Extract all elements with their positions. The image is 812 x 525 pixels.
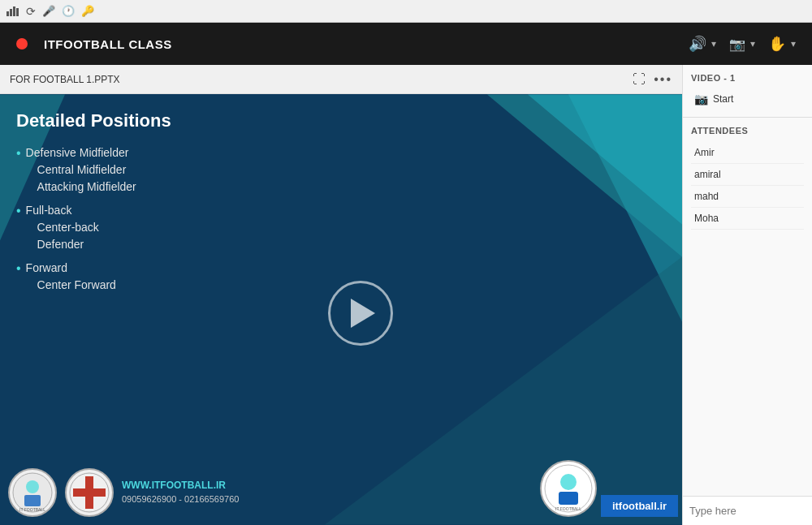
key-icon: 🔑	[81, 5, 94, 17]
attendee-name-2: amiral	[694, 169, 721, 180]
video-section: VIDEO - 1 📷 Start	[683, 65, 812, 118]
attendee-item: amiral	[691, 164, 804, 186]
svg-rect-8	[24, 495, 41, 506]
audio-control[interactable]: 🔊 ▾	[689, 35, 716, 53]
logo-svg-right: IT FOOTBALL	[544, 464, 593, 513]
play-button[interactable]	[328, 281, 393, 346]
svg-point-15	[84, 487, 95, 498]
record-dot	[16, 38, 28, 49]
list-sub-2a: Center-back	[26, 219, 99, 236]
audio-chevron: ▾	[711, 38, 716, 49]
logo-svg-2	[69, 472, 110, 513]
attendees-label: ATTENDEES	[691, 126, 804, 136]
attendee-item: Moha	[691, 208, 804, 230]
website-phone: 09059626900 - 02166569760	[122, 494, 239, 504]
svg-text:IT FOOTBALL: IT FOOTBALL	[555, 506, 581, 511]
hand-icon: ✋	[768, 35, 786, 53]
logo-itfootball-right: IT FOOTBALL	[540, 460, 597, 517]
svg-point-7	[26, 480, 39, 493]
bullet-icon: •	[16, 201, 21, 221]
start-video-button[interactable]: 📷 Start	[691, 89, 804, 109]
right-sidebar: VIDEO - 1 📷 Start ATTENDEES Amir amiral …	[682, 65, 812, 525]
hand-chevron: ▾	[791, 38, 796, 49]
bullet-icon: •	[16, 144, 21, 163]
file-actions: ⛶ •••	[633, 72, 672, 87]
more-icon[interactable]: •••	[654, 72, 672, 87]
list-main-2: Full-back	[26, 204, 72, 217]
meeting-title: ITFOOTBALL CLASS	[44, 37, 672, 51]
logo-svg-1: IT FOOTBALL	[12, 472, 53, 513]
cam-small-icon: 📷	[694, 93, 708, 105]
attendee-name-1: Amir	[694, 147, 715, 158]
chat-input[interactable]	[683, 497, 812, 525]
svg-point-17	[560, 474, 577, 490]
meeting-bar: ITFOOTBALL CLASS 🔊 ▾ 📷 ▾ ✋ ▾	[0, 23, 812, 65]
logo-right-container: IT FOOTBALL	[540, 460, 597, 517]
logo-itfootball-circle: IT FOOTBALL	[8, 468, 57, 517]
refresh-icon: ⟳	[26, 5, 36, 18]
slide-list: • Defensive Midfielder Central Midfielde…	[16, 144, 666, 294]
mute-icon: 🎤	[42, 5, 55, 17]
system-icons: ⟳ 🎤 🕐 🔑	[6, 5, 94, 18]
logo-cross	[65, 468, 114, 517]
hand-control[interactable]: ✋ ▾	[768, 35, 796, 53]
camera-icon: 📷	[729, 37, 745, 52]
camera-control[interactable]: 📷 ▾	[729, 37, 755, 52]
file-name: FOR FOOTBALL 1.PPTX	[10, 74, 626, 85]
list-main-3: Forward	[26, 261, 67, 274]
list-item: • Defensive Midfielder Central Midfielde…	[16, 144, 666, 196]
attendee-item: Amir	[691, 142, 804, 164]
attendees-section: ATTENDEES Amir amiral mahd Moha	[683, 118, 812, 496]
bullet-icon: •	[16, 259, 21, 278]
slide-title: Detailed Positions	[16, 110, 666, 131]
presentation-area: Detailed Positions • Defensive Midfielde…	[0, 94, 682, 525]
attendee-name-4: Moha	[694, 213, 719, 224]
clock-icon: 🕐	[62, 5, 75, 17]
camera-chevron: ▾	[750, 38, 755, 49]
itfootball-banner: itfootball.ir	[601, 495, 678, 517]
meeting-controls: 🔊 ▾ 📷 ▾ ✋ ▾	[689, 35, 796, 53]
list-sub-1b: Attacking Midfielder	[26, 179, 136, 196]
list-sub-3a: Center Forward	[26, 277, 116, 294]
attendee-item: mahd	[691, 186, 804, 208]
expand-icon[interactable]: ⛶	[633, 72, 646, 87]
file-bar: FOR FOOTBALL 1.PPTX ⛶ •••	[0, 65, 682, 94]
list-main-1: Defensive Midfielder	[26, 146, 129, 159]
bottom-logos: IT FOOTBALL	[0, 460, 682, 525]
list-item: • Full-back Center-back Defender	[16, 202, 666, 253]
speaker-icon: 🔊	[689, 35, 706, 53]
svg-rect-18	[559, 492, 578, 505]
system-bar: ⟳ 🎤 🕐 🔑	[0, 0, 812, 23]
content-area: FOR FOOTBALL 1.PPTX ⛶ •••	[0, 65, 812, 525]
attendee-name-3: mahd	[694, 191, 719, 202]
svg-text:IT FOOTBALL: IT FOOTBALL	[19, 507, 45, 512]
start-video-label: Start	[713, 93, 733, 105]
main-panel: FOR FOOTBALL 1.PPTX ⛶ •••	[0, 65, 682, 525]
signal-bars-icon	[6, 6, 19, 16]
list-sub-1a: Central Midfielder	[26, 161, 136, 179]
list-sub-2b: Defender	[26, 236, 99, 253]
play-triangle-icon	[351, 299, 375, 328]
chat-input-area[interactable]	[683, 496, 812, 525]
video-section-label: VIDEO - 1	[691, 73, 804, 83]
